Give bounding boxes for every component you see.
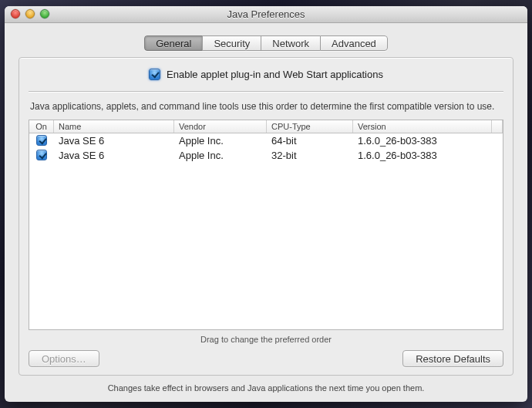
close-icon[interactable]: [11, 9, 20, 19]
table-row[interactable]: Java SE 6 Apple Inc. 32-bit 1.6.0_26-b03…: [29, 148, 503, 163]
cell-vendor: Apple Inc.: [174, 133, 267, 148]
java-versions-table: On Name Vendor CPU-Type Version Java SE …: [29, 120, 503, 330]
zoom-icon[interactable]: [40, 9, 49, 19]
cell-version: 1.6.0_26-b03-383: [353, 133, 492, 148]
traffic-lights: [11, 9, 49, 19]
enable-checkbox[interactable]: [149, 69, 160, 80]
row-checkbox[interactable]: [36, 135, 47, 146]
tab-general[interactable]: General: [144, 35, 202, 51]
explain-text: Java applications, applets, and command …: [30, 101, 502, 113]
titlebar: Java Preferences: [5, 6, 527, 23]
col-header-cpu[interactable]: CPU-Type: [267, 120, 353, 133]
cell-name: Java SE 6: [54, 133, 174, 148]
footer-note: Changes take effect in browsers and Java…: [19, 383, 513, 393]
cell-name: Java SE 6: [54, 148, 174, 163]
cell-cpu: 32-bit: [267, 148, 353, 163]
tab-advanced[interactable]: Advanced: [320, 35, 388, 51]
drag-hint: Drag to change the preferred order: [29, 335, 503, 344]
general-panel: Enable applet plug-in and Web Start appl…: [19, 57, 513, 376]
separator: [29, 91, 503, 92]
cell-vendor: Apple Inc.: [174, 148, 267, 163]
col-header-version[interactable]: Version: [353, 120, 492, 133]
segmented-tabs: General Security Network Advanced: [144, 35, 388, 51]
options-button[interactable]: Options…: [29, 350, 99, 367]
tabstrip: General Security Network Advanced: [19, 35, 513, 51]
cell-version: 1.6.0_26-b03-383: [353, 148, 492, 163]
col-header-end: [492, 120, 503, 133]
table-header-row: On Name Vendor CPU-Type Version: [29, 120, 503, 133]
enable-label: Enable applet plug-in and Web Start appl…: [167, 69, 383, 80]
table-row[interactable]: Java SE 6 Apple Inc. 64-bit 1.6.0_26-b03…: [29, 133, 503, 148]
button-row: Options… Restore Defaults: [29, 350, 503, 367]
window-title: Java Preferences: [227, 8, 305, 20]
tab-network[interactable]: Network: [261, 35, 320, 51]
col-header-on[interactable]: On: [29, 120, 54, 133]
cell-cpu: 64-bit: [267, 133, 353, 148]
preferences-window: Java Preferences General Security Networ…: [5, 6, 527, 402]
col-header-vendor[interactable]: Vendor: [174, 120, 267, 133]
tab-security[interactable]: Security: [202, 35, 261, 51]
minimize-icon[interactable]: [25, 9, 35, 19]
restore-defaults-button[interactable]: Restore Defaults: [402, 350, 503, 367]
col-header-name[interactable]: Name: [54, 120, 174, 133]
enable-row: Enable applet plug-in and Web Start appl…: [29, 69, 503, 80]
row-checkbox[interactable]: [36, 150, 47, 160]
table-body[interactable]: Java SE 6 Apple Inc. 64-bit 1.6.0_26-b03…: [29, 133, 503, 329]
content-area: General Security Network Advanced Enable…: [5, 23, 527, 402]
